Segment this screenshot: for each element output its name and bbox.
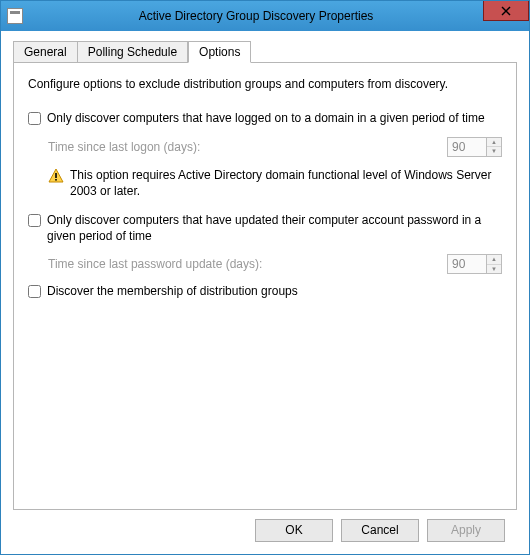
- password-days-spinner: ▲ ▼: [487, 254, 502, 274]
- logon-days-row: Time since last logon (days): ▲ ▼: [48, 137, 502, 157]
- ok-button[interactable]: OK: [255, 519, 333, 542]
- svg-rect-4: [55, 179, 57, 181]
- tab-general[interactable]: General: [13, 41, 78, 63]
- option-password-checkbox[interactable]: [28, 214, 41, 227]
- password-days-down: ▼: [487, 264, 501, 274]
- close-icon: [501, 6, 511, 16]
- system-icon: [7, 8, 23, 24]
- client-area: General Polling Schedule Options Configu…: [1, 31, 529, 554]
- logon-days-spinner: ▲ ▼: [487, 137, 502, 157]
- password-days-label: Time since last password update (days):: [48, 257, 447, 271]
- logon-days-down: ▼: [487, 146, 501, 156]
- cancel-button[interactable]: Cancel: [341, 519, 419, 542]
- password-days-input: [447, 254, 487, 274]
- logon-days-input: [447, 137, 487, 157]
- close-button[interactable]: [483, 1, 529, 21]
- option-membership-row: Discover the membership of distribution …: [28, 284, 502, 300]
- window-title: Active Directory Group Discovery Propert…: [29, 9, 483, 23]
- option-password-row: Only discover computers that have update…: [28, 213, 502, 244]
- tab-strip: General Polling Schedule Options: [13, 41, 517, 63]
- svg-rect-3: [55, 173, 57, 178]
- option-logon-row: Only discover computers that have logged…: [28, 111, 502, 127]
- dialog-window: Active Directory Group Discovery Propert…: [0, 0, 530, 555]
- logon-days-label: Time since last logon (days):: [48, 140, 447, 154]
- tab-options[interactable]: Options: [188, 41, 251, 63]
- warning-icon: [48, 168, 64, 184]
- option-password-label[interactable]: Only discover computers that have update…: [47, 213, 502, 244]
- password-days-row: Time since last password update (days): …: [48, 254, 502, 274]
- apply-button: Apply: [427, 519, 505, 542]
- tab-page-options: Configure options to exclude distributio…: [13, 62, 517, 510]
- option-logon-label[interactable]: Only discover computers that have logged…: [47, 111, 485, 127]
- logon-warning-text: This option requires Active Directory do…: [70, 167, 502, 199]
- option-logon-checkbox[interactable]: [28, 112, 41, 125]
- logon-warning-row: This option requires Active Directory do…: [48, 167, 502, 199]
- dialog-button-row: OK Cancel Apply: [13, 510, 517, 554]
- option-membership-checkbox[interactable]: [28, 285, 41, 298]
- title-bar: Active Directory Group Discovery Propert…: [1, 1, 529, 31]
- intro-text: Configure options to exclude distributio…: [28, 77, 502, 91]
- option-membership-label[interactable]: Discover the membership of distribution …: [47, 284, 298, 300]
- password-days-up: ▲: [487, 255, 501, 264]
- tab-polling-schedule[interactable]: Polling Schedule: [78, 41, 188, 63]
- logon-days-up: ▲: [487, 138, 501, 147]
